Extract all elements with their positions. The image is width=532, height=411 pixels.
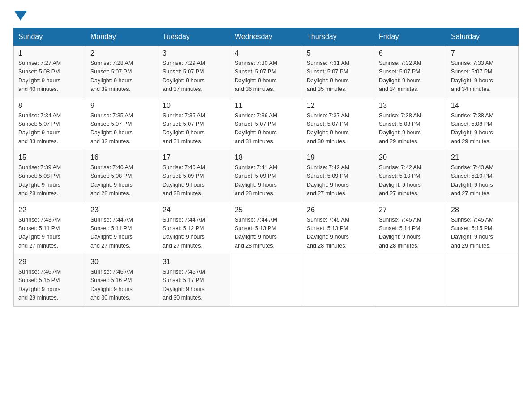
day-cell: 29 Sunrise: 7:46 AMSunset: 5:15 PMDaylig… [14, 254, 86, 307]
calendar-body: 1 Sunrise: 7:27 AMSunset: 5:08 PMDayligh… [14, 46, 519, 307]
day-number: 21 [451, 154, 514, 162]
day-info: Sunrise: 7:31 AMSunset: 5:07 PMDaylight:… [307, 59, 369, 94]
day-cell: 4 Sunrise: 7:30 AMSunset: 5:07 PMDayligh… [230, 46, 302, 98]
day-cell: 18 Sunrise: 7:41 AMSunset: 5:09 PMDaylig… [230, 150, 302, 202]
logo-triangle-icon [14, 11, 27, 21]
day-info: Sunrise: 7:30 AMSunset: 5:07 PMDaylight:… [235, 59, 297, 94]
header-cell-tuesday: Tuesday [158, 28, 230, 46]
day-info: Sunrise: 7:35 AMSunset: 5:07 PMDaylight:… [90, 111, 153, 146]
day-number: 13 [379, 102, 442, 110]
day-cell: 21 Sunrise: 7:43 AMSunset: 5:10 PMDaylig… [446, 150, 519, 202]
day-number: 9 [90, 102, 153, 110]
day-cell: 10 Sunrise: 7:35 AMSunset: 5:07 PMDaylig… [158, 98, 230, 150]
day-info: Sunrise: 7:44 AMSunset: 5:13 PMDaylight:… [235, 216, 297, 251]
day-info: Sunrise: 7:45 AMSunset: 5:15 PMDaylight:… [451, 216, 514, 251]
header-row: SundayMondayTuesdayWednesdayThursdayFrid… [14, 28, 519, 46]
page-header [13, 9, 519, 19]
day-cell [230, 254, 302, 307]
day-number: 25 [235, 206, 297, 214]
day-number: 8 [18, 102, 81, 110]
day-number: 2 [90, 49, 153, 57]
day-cell: 23 Sunrise: 7:44 AMSunset: 5:11 PMDaylig… [86, 202, 158, 254]
day-number: 10 [163, 102, 225, 110]
week-row-3: 15 Sunrise: 7:39 AMSunset: 5:08 PMDaylig… [14, 150, 519, 202]
day-number: 20 [379, 154, 442, 162]
header-cell-saturday: Saturday [446, 28, 519, 46]
day-cell [446, 254, 519, 307]
day-cell [302, 254, 374, 307]
day-cell: 20 Sunrise: 7:42 AMSunset: 5:10 PMDaylig… [374, 150, 446, 202]
day-number: 4 [235, 49, 297, 57]
day-cell: 11 Sunrise: 7:36 AMSunset: 5:07 PMDaylig… [230, 98, 302, 150]
day-info: Sunrise: 7:34 AMSunset: 5:07 PMDaylight:… [18, 111, 81, 146]
header-cell-monday: Monday [86, 28, 158, 46]
day-number: 15 [18, 154, 81, 162]
day-number: 24 [163, 206, 225, 214]
day-cell: 26 Sunrise: 7:45 AMSunset: 5:13 PMDaylig… [302, 202, 374, 254]
day-cell: 15 Sunrise: 7:39 AMSunset: 5:08 PMDaylig… [14, 150, 86, 202]
day-cell: 28 Sunrise: 7:45 AMSunset: 5:15 PMDaylig… [446, 202, 519, 254]
day-number: 30 [90, 258, 153, 266]
day-cell: 12 Sunrise: 7:37 AMSunset: 5:07 PMDaylig… [302, 98, 374, 150]
day-number: 28 [451, 206, 514, 214]
day-info: Sunrise: 7:38 AMSunset: 5:08 PMDaylight:… [379, 111, 442, 146]
day-info: Sunrise: 7:32 AMSunset: 5:07 PMDaylight:… [379, 59, 442, 94]
day-cell: 27 Sunrise: 7:45 AMSunset: 5:14 PMDaylig… [374, 202, 446, 254]
day-cell: 22 Sunrise: 7:43 AMSunset: 5:11 PMDaylig… [14, 202, 86, 254]
day-info: Sunrise: 7:39 AMSunset: 5:08 PMDaylight:… [18, 163, 81, 198]
day-cell: 5 Sunrise: 7:31 AMSunset: 5:07 PMDayligh… [302, 46, 374, 98]
day-number: 31 [163, 258, 225, 266]
day-cell: 31 Sunrise: 7:46 AMSunset: 5:17 PMDaylig… [158, 254, 230, 307]
day-number: 23 [90, 206, 153, 214]
day-number: 14 [451, 102, 514, 110]
day-info: Sunrise: 7:29 AMSunset: 5:07 PMDaylight:… [163, 59, 225, 94]
day-number: 12 [307, 102, 369, 110]
day-number: 5 [307, 49, 369, 57]
day-cell: 30 Sunrise: 7:46 AMSunset: 5:16 PMDaylig… [86, 254, 158, 307]
day-number: 17 [163, 154, 225, 162]
day-cell: 8 Sunrise: 7:34 AMSunset: 5:07 PMDayligh… [14, 98, 86, 150]
day-cell: 6 Sunrise: 7:32 AMSunset: 5:07 PMDayligh… [374, 46, 446, 98]
day-info: Sunrise: 7:40 AMSunset: 5:08 PMDaylight:… [90, 163, 153, 198]
day-number: 29 [18, 258, 81, 266]
day-cell: 7 Sunrise: 7:33 AMSunset: 5:07 PMDayligh… [446, 46, 519, 98]
logo [13, 9, 27, 19]
header-cell-wednesday: Wednesday [230, 28, 302, 46]
day-cell: 14 Sunrise: 7:38 AMSunset: 5:08 PMDaylig… [446, 98, 519, 150]
week-row-1: 1 Sunrise: 7:27 AMSunset: 5:08 PMDayligh… [14, 46, 519, 98]
day-number: 16 [90, 154, 153, 162]
day-number: 3 [163, 49, 225, 57]
day-info: Sunrise: 7:46 AMSunset: 5:17 PMDaylight:… [163, 268, 225, 303]
day-number: 27 [379, 206, 442, 214]
day-info: Sunrise: 7:45 AMSunset: 5:14 PMDaylight:… [379, 216, 442, 251]
week-row-2: 8 Sunrise: 7:34 AMSunset: 5:07 PMDayligh… [14, 98, 519, 150]
day-info: Sunrise: 7:44 AMSunset: 5:12 PMDaylight:… [163, 216, 225, 251]
day-info: Sunrise: 7:35 AMSunset: 5:07 PMDaylight:… [163, 111, 225, 146]
day-number: 18 [235, 154, 297, 162]
day-number: 22 [18, 206, 81, 214]
day-info: Sunrise: 7:46 AMSunset: 5:15 PMDaylight:… [18, 268, 81, 303]
day-info: Sunrise: 7:40 AMSunset: 5:09 PMDaylight:… [163, 163, 225, 198]
day-info: Sunrise: 7:28 AMSunset: 5:07 PMDaylight:… [90, 59, 153, 94]
day-info: Sunrise: 7:42 AMSunset: 5:10 PMDaylight:… [379, 163, 442, 198]
header-cell-thursday: Thursday [302, 28, 374, 46]
week-row-4: 22 Sunrise: 7:43 AMSunset: 5:11 PMDaylig… [14, 202, 519, 254]
day-cell: 1 Sunrise: 7:27 AMSunset: 5:08 PMDayligh… [14, 46, 86, 98]
day-info: Sunrise: 7:41 AMSunset: 5:09 PMDaylight:… [235, 163, 297, 198]
day-info: Sunrise: 7:42 AMSunset: 5:09 PMDaylight:… [307, 163, 369, 198]
day-info: Sunrise: 7:36 AMSunset: 5:07 PMDaylight:… [235, 111, 297, 146]
day-cell: 19 Sunrise: 7:42 AMSunset: 5:09 PMDaylig… [302, 150, 374, 202]
day-info: Sunrise: 7:44 AMSunset: 5:11 PMDaylight:… [90, 216, 153, 251]
day-cell: 13 Sunrise: 7:38 AMSunset: 5:08 PMDaylig… [374, 98, 446, 150]
day-cell [374, 254, 446, 307]
day-info: Sunrise: 7:46 AMSunset: 5:16 PMDaylight:… [90, 268, 153, 303]
day-info: Sunrise: 7:37 AMSunset: 5:07 PMDaylight:… [307, 111, 369, 146]
day-info: Sunrise: 7:38 AMSunset: 5:08 PMDaylight:… [451, 111, 514, 146]
calendar-table: SundayMondayTuesdayWednesdayThursdayFrid… [13, 28, 519, 307]
day-number: 26 [307, 206, 369, 214]
day-number: 19 [307, 154, 369, 162]
day-cell: 25 Sunrise: 7:44 AMSunset: 5:13 PMDaylig… [230, 202, 302, 254]
day-cell: 16 Sunrise: 7:40 AMSunset: 5:08 PMDaylig… [86, 150, 158, 202]
day-cell: 17 Sunrise: 7:40 AMSunset: 5:09 PMDaylig… [158, 150, 230, 202]
day-number: 11 [235, 102, 297, 110]
